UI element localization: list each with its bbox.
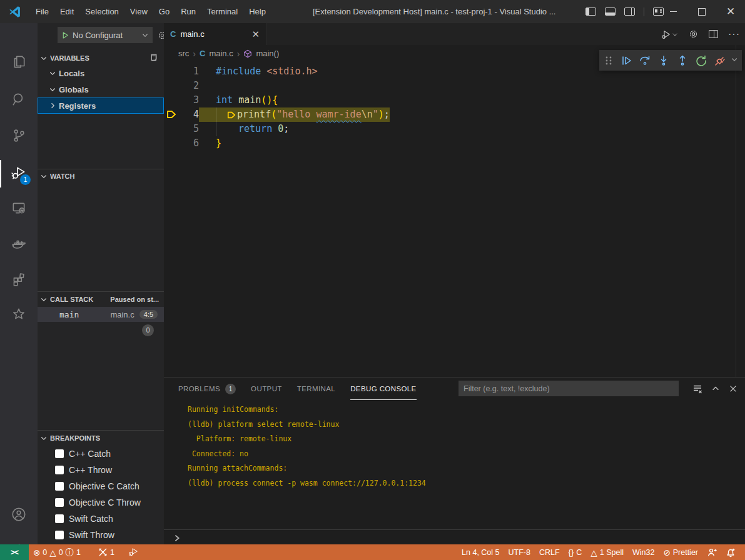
step-over-button[interactable]: [636, 52, 654, 69]
step-out-button[interactable]: [673, 52, 692, 69]
maximize-button[interactable]: [687, 0, 716, 23]
tab-debug-console[interactable]: DEBUG CONSOLE: [350, 378, 417, 400]
line-number[interactable]: 2: [176, 79, 199, 93]
sidebar-item-remote-explorer[interactable]: [0, 193, 38, 223]
checkbox[interactable]: [55, 531, 64, 539]
code-line-5[interactable]: 5 return 0;: [164, 122, 745, 136]
line-number[interactable]: 3: [176, 93, 199, 108]
encoding[interactable]: UTF-8: [504, 544, 535, 560]
sidebar-item-favorites[interactable]: [0, 299, 38, 329]
code-line-2[interactable]: 2: [164, 79, 745, 93]
remote-indicator[interactable]: ><: [0, 544, 29, 560]
call-stack-header[interactable]: CALL STACK Paused on st...: [38, 292, 164, 307]
language-mode[interactable]: {} C: [564, 544, 587, 560]
menu-go[interactable]: Go: [153, 0, 175, 23]
notifications-button[interactable]: [721, 544, 740, 560]
tab-terminal[interactable]: TERMINAL: [297, 378, 335, 400]
close-panel-icon[interactable]: [729, 384, 737, 393]
breadcrumb-file[interactable]: main.c: [209, 49, 233, 58]
minimize-button[interactable]: [659, 0, 687, 23]
variables-header[interactable]: VARIABLES: [38, 51, 164, 65]
breakpoint-row[interactable]: Swift Throw: [38, 527, 164, 543]
breakpoint-row[interactable]: Objective C Catch: [38, 478, 164, 494]
breakpoint-row[interactable]: C++ Throw: [38, 462, 164, 478]
tools-status[interactable]: 1: [94, 544, 119, 560]
breakpoint-row[interactable]: C++ Catch: [38, 446, 164, 462]
watch-header[interactable]: WATCH: [38, 169, 164, 183]
glyph-margin[interactable]: [164, 136, 176, 151]
glyph-margin[interactable]: [164, 108, 176, 122]
close-button[interactable]: ✕: [716, 0, 745, 23]
run-or-debug-button[interactable]: [661, 29, 678, 40]
menu-file[interactable]: File: [30, 0, 54, 23]
clear-console-icon[interactable]: [692, 384, 702, 394]
menu-edit[interactable]: Edit: [54, 0, 79, 23]
glyph-margin[interactable]: [164, 122, 176, 136]
maximize-panel-icon[interactable]: [711, 384, 720, 393]
close-tab-icon[interactable]: ✕: [251, 29, 260, 39]
settings-gear-icon[interactable]: [688, 29, 699, 39]
checkbox[interactable]: [55, 514, 64, 523]
sidebar-item-extensions[interactable]: [0, 264, 38, 294]
continue-button[interactable]: [617, 52, 636, 69]
breakpoints-header[interactable]: BREAKPOINTS: [38, 431, 164, 446]
checkbox[interactable]: [55, 482, 64, 491]
console-filter-input[interactable]: [459, 381, 679, 396]
debug-console-input[interactable]: [164, 529, 745, 546]
sidebar-item-explorer[interactable]: [0, 47, 38, 77]
debug-config-dropdown[interactable]: No Configurat: [58, 27, 153, 43]
checkbox[interactable]: [55, 466, 64, 474]
code-line-3[interactable]: 3 int main(){: [164, 93, 745, 108]
menu-view[interactable]: View: [124, 0, 153, 23]
code-editor[interactable]: 1 #include <stdio.h> 2 3 int main(){ 4 p…: [164, 62, 745, 400]
editor-scrollbar[interactable]: [736, 45, 736, 400]
glyph-margin[interactable]: [164, 79, 176, 93]
platform-status[interactable]: Win32: [628, 544, 659, 560]
line-number[interactable]: 5: [176, 122, 199, 136]
tab-problems[interactable]: PROBLEMS 1: [178, 378, 236, 400]
toggle-primary-sidebar-icon[interactable]: [585, 8, 596, 16]
debug-session-dropdown[interactable]: [731, 56, 738, 65]
drag-handle-icon[interactable]: [604, 56, 613, 66]
sidebar-item-docker[interactable]: [0, 229, 38, 259]
glyph-margin[interactable]: [164, 93, 176, 108]
breadcrumb-folder[interactable]: src: [178, 49, 189, 58]
variables-scope-globals[interactable]: Globals: [38, 81, 164, 98]
menu-selection[interactable]: Selection: [79, 0, 124, 23]
feedback-button[interactable]: [702, 544, 721, 560]
checkbox[interactable]: [55, 449, 64, 458]
spell-checker-status[interactable]: △ 1 Spell: [586, 544, 628, 560]
toggle-secondary-sidebar-icon[interactable]: [624, 8, 635, 16]
copy-icon[interactable]: [149, 53, 158, 63]
glyph-margin[interactable]: [164, 64, 176, 79]
toggle-panel-icon[interactable]: [605, 8, 616, 16]
line-number[interactable]: 1: [176, 64, 199, 79]
accounts-button[interactable]: [0, 499, 38, 529]
stack-frame-row[interactable]: main main.c 4:5: [38, 307, 164, 322]
disconnect-button[interactable]: [711, 52, 729, 69]
eol-sequence[interactable]: CRLF: [535, 544, 564, 560]
menu-terminal[interactable]: Terminal: [201, 0, 243, 23]
sidebar-item-search[interactable]: [0, 84, 38, 114]
more-actions-icon[interactable]: ···: [728, 29, 740, 40]
checkbox[interactable]: [55, 498, 64, 507]
breadcrumb-symbol[interactable]: main(): [256, 49, 279, 58]
sidebar-item-source-control[interactable]: [0, 121, 38, 151]
breakpoint-row[interactable]: Swift Catch: [38, 511, 164, 527]
formatter-status[interactable]: ⊘ Prettier: [659, 544, 702, 560]
breakpoint-row[interactable]: Objective C Throw: [38, 494, 164, 511]
step-into-button[interactable]: [654, 52, 673, 69]
code-line-6[interactable]: 6 }: [164, 136, 745, 151]
line-number[interactable]: 4: [176, 108, 199, 122]
split-editor-icon[interactable]: [709, 30, 718, 38]
problems-status[interactable]: ⊗0 △0 ⓘ1: [29, 544, 85, 560]
cursor-position[interactable]: Ln 4, Col 5: [457, 544, 504, 560]
code-line-4-current[interactable]: 4 printf("hello wamr-ide\n");: [164, 108, 745, 122]
sidebar-item-run-and-debug[interactable]: 1: [0, 158, 38, 188]
variables-scope-locals[interactable]: Locals: [38, 65, 164, 81]
tab-main-c[interactable]: C main.c ✕: [164, 23, 266, 45]
tab-output[interactable]: OUTPUT: [251, 378, 282, 400]
debug-status[interactable]: [124, 544, 143, 560]
restart-button[interactable]: [692, 52, 711, 69]
open-launch-config-gear-icon[interactable]: [157, 30, 164, 42]
